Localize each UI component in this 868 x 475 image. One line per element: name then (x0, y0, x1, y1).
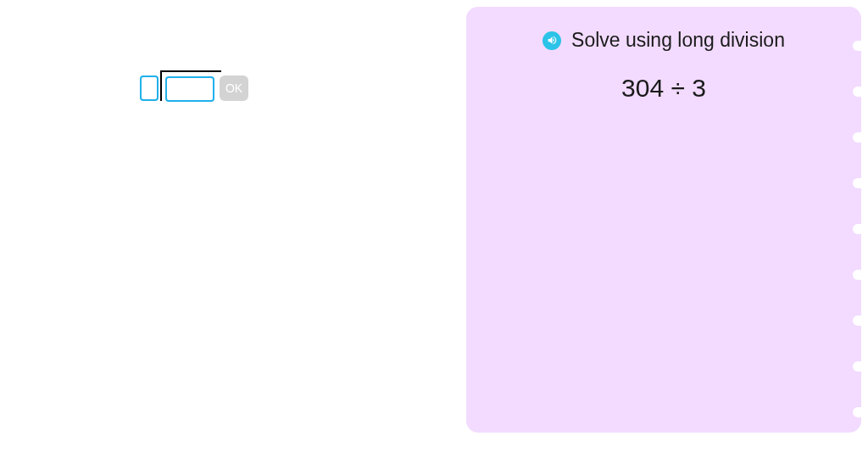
instruction-header: Solve using long division (466, 7, 861, 52)
instruction-text: Solve using long division (571, 29, 785, 52)
notebook-spiral-holes (853, 41, 865, 417)
long-division-setup: OK (140, 72, 248, 102)
problem-expression: 304 ÷ 3 (466, 74, 861, 103)
ok-button[interactable]: OK (220, 75, 248, 101)
speaker-icon[interactable] (542, 31, 561, 50)
spiral-hole (853, 316, 865, 326)
dividend-container (162, 72, 214, 102)
dividend-input[interactable] (165, 76, 214, 102)
workspace-area: OK (0, 0, 458, 475)
spiral-hole (853, 87, 865, 97)
spiral-hole (853, 361, 865, 372)
spiral-hole (853, 132, 865, 142)
instruction-panel: Solve using long division 304 ÷ 3 (466, 7, 861, 433)
spiral-hole (853, 41, 865, 51)
divisor-input[interactable] (140, 75, 159, 101)
spiral-hole (853, 270, 865, 280)
spiral-hole (853, 178, 865, 188)
spiral-hole (853, 224, 865, 234)
spiral-hole (853, 407, 865, 417)
